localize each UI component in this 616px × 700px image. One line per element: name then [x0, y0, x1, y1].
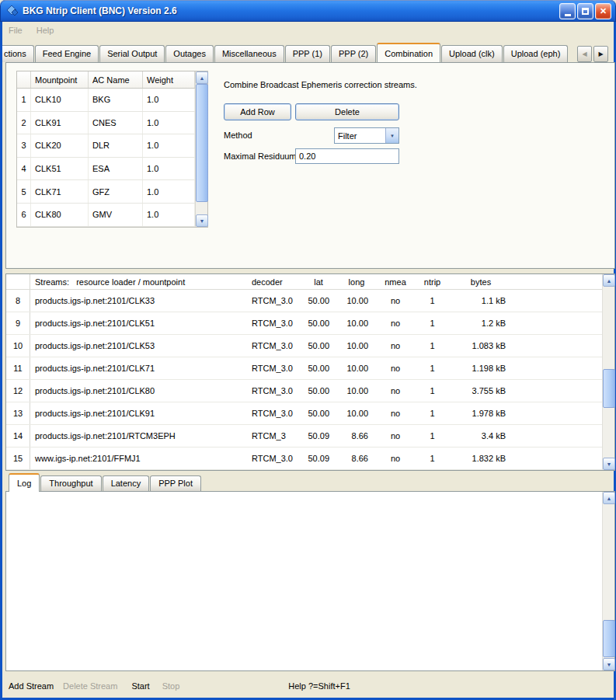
- stream-nmea: no: [376, 296, 415, 305]
- method-value: Filter: [335, 131, 385, 141]
- tab-upload-clk[interactable]: Upload (clk): [441, 45, 503, 62]
- app-window: BKG Ntrip Client (BNC) Version 2.6 ✕ Fil…: [0, 0, 616, 700]
- titlebar[interactable]: BKG Ntrip Client (BNC) Version 2.6 ✕: [0, 0, 616, 22]
- combination-table: Mountpoint AC Name Weight 1 CLK10 BKG 1.…: [16, 71, 208, 228]
- maximize-icon: [582, 8, 589, 15]
- log-scrollbar[interactable]: ▲ ▼: [602, 492, 614, 670]
- stream-resource: products.igs-ip.net:2101/CLK80: [30, 386, 247, 395]
- tab-upload-eph[interactable]: Upload (eph): [503, 45, 569, 62]
- stream-long: 10.00: [337, 319, 376, 328]
- mountpoint-row[interactable]: 2 CLK91 CNES 1.0: [17, 112, 207, 135]
- scroll-up-icon[interactable]: ▲: [196, 71, 208, 84]
- row-number: 2: [17, 112, 31, 134]
- stream-lat: 50.00: [300, 364, 337, 373]
- tab-scroll-arrows: ◀ ▶: [577, 46, 608, 62]
- tab-throughput[interactable]: Throughput: [40, 475, 101, 491]
- scroll-down-icon[interactable]: ▼: [196, 214, 208, 227]
- method-select[interactable]: Filter ▼: [334, 127, 399, 144]
- mountpoint-row[interactable]: 1 CLK10 BKG 1.0: [17, 89, 207, 112]
- window-title: BKG Ntrip Client (BNC) Version 2.6: [23, 5, 177, 16]
- stream-bytes: 3.4 kB: [450, 431, 512, 441]
- scrollbar-thumb[interactable]: [603, 620, 615, 657]
- mountpoint-row[interactable]: 4 CLK51 ESA 1.0: [17, 158, 207, 181]
- col-resource: Streams: resource loader / mountpoint: [30, 277, 247, 287]
- col-ntrip: ntrip: [415, 277, 450, 287]
- stream-long: 8.66: [337, 431, 376, 441]
- app-icon: [6, 5, 19, 17]
- mountpoint-row[interactable]: 5 CLK71 GFZ 1.0: [17, 180, 207, 204]
- stream-row[interactable]: 12 products.igs-ip.net:2101/CLK80 RTCM_3…: [6, 380, 614, 402]
- tab-miscellaneous[interactable]: Miscellaneous: [214, 45, 284, 62]
- stream-resource: products.igs-ip.net:2101/CLK53: [30, 341, 247, 350]
- stream-nmea: no: [376, 364, 415, 373]
- tab-ppp-1[interactable]: PPP (1): [285, 45, 330, 62]
- tab-serial-output[interactable]: Serial Output: [99, 45, 165, 62]
- tab-ppp-plot[interactable]: PPP Plot: [150, 475, 201, 491]
- scrollbar-thumb[interactable]: [603, 369, 615, 408]
- stream-number: 14: [6, 425, 30, 447]
- tab-combination[interactable]: Combination: [377, 43, 440, 62]
- stream-lat: 50.00: [300, 409, 337, 418]
- streams-scrollbar[interactable]: ▲ ▼: [602, 274, 614, 470]
- stop-action[interactable]: Stop: [162, 681, 180, 691]
- start-action[interactable]: Start: [131, 681, 149, 691]
- combination-table-header: Mountpoint AC Name Weight: [17, 71, 207, 89]
- stream-row[interactable]: 8 products.igs-ip.net:2101/CLK33 RTCM_3.…: [6, 290, 614, 312]
- residuum-input[interactable]: [295, 148, 399, 164]
- add-row-button[interactable]: Add Row: [224, 103, 291, 120]
- stream-lat: 50.00: [300, 319, 337, 328]
- stream-ntrip: 1: [415, 319, 450, 328]
- tab-scroll-left-icon[interactable]: ◀: [577, 46, 592, 62]
- maximize-button[interactable]: [577, 3, 593, 19]
- tab-feed-engine[interactable]: Feed Engine: [35, 45, 99, 62]
- stream-row[interactable]: 9 products.igs-ip.net:2101/CLK51 RTCM_3.…: [6, 312, 614, 335]
- stream-row[interactable]: 14 products.igs-ip.net:2101/RTCM3EPH RTC…: [6, 425, 614, 448]
- stream-row[interactable]: 15 www.igs-ip.net:2101/FFMJ1 RTCM_3.0 50…: [6, 448, 614, 470]
- tab-latency[interactable]: Latency: [103, 475, 150, 491]
- tab-outages[interactable]: Outages: [165, 45, 214, 62]
- scroll-up-icon[interactable]: ▲: [603, 274, 615, 287]
- mountpoint-row[interactable]: 3 CLK20 DLR 1.0: [17, 134, 207, 158]
- cell-ac-name: BKG: [89, 89, 143, 111]
- add-stream-action[interactable]: Add Stream: [9, 681, 54, 691]
- dropdown-arrow-icon[interactable]: ▼: [385, 128, 398, 143]
- scroll-down-icon[interactable]: ▼: [603, 658, 615, 670]
- stream-bytes: 1.198 kB: [450, 364, 512, 373]
- scrollbar-thumb[interactable]: [196, 84, 208, 202]
- stream-resource: products.igs-ip.net:2101/CLK71: [30, 364, 247, 373]
- stream-decoder: RTCM_3.0: [247, 296, 300, 305]
- combination-table-scrollbar[interactable]: ▲ ▼: [195, 71, 207, 227]
- tab-scroll-right-icon[interactable]: ▶: [593, 46, 608, 62]
- cell-weight: 1.0: [143, 180, 195, 203]
- cell-weight: 1.0: [143, 134, 195, 157]
- mountpoint-row[interactable]: 6 CLK80 GMV 1.0: [17, 204, 207, 227]
- delete-button[interactable]: Delete: [295, 103, 399, 120]
- close-button[interactable]: ✕: [595, 3, 611, 19]
- delete-stream-action[interactable]: Delete Stream: [63, 681, 117, 691]
- cell-mountpoint: CLK80: [31, 204, 89, 226]
- tab-log[interactable]: Log: [9, 473, 40, 492]
- tab-connections[interactable]: ctions: [2, 45, 34, 62]
- stream-bytes: 1.1 kB: [450, 296, 512, 305]
- scroll-down-icon[interactable]: ▼: [603, 458, 615, 470]
- stream-bytes: 1.083 kB: [450, 341, 512, 350]
- stream-nmea: no: [376, 431, 415, 441]
- stream-row[interactable]: 10 products.igs-ip.net:2101/CLK53 RTCM_3…: [6, 335, 614, 357]
- stream-row[interactable]: 13 products.igs-ip.net:2101/CLK91 RTCM_3…: [6, 402, 614, 425]
- stream-ntrip: 1: [415, 386, 450, 395]
- stream-number: 13: [6, 402, 30, 424]
- stream-number: 15: [6, 448, 30, 469]
- menubar: File Help: [2, 22, 614, 39]
- scroll-up-icon[interactable]: ▲: [603, 492, 615, 504]
- stream-ntrip: 1: [415, 409, 450, 418]
- stream-lat: 50.09: [300, 431, 337, 441]
- row-number: 6: [17, 204, 31, 226]
- stream-row[interactable]: 11 products.igs-ip.net:2101/CLK71 RTCM_3…: [6, 357, 614, 380]
- minimize-button[interactable]: [559, 3, 576, 19]
- stream-nmea: no: [376, 409, 415, 418]
- menu-help[interactable]: Help: [37, 26, 54, 35]
- menu-file[interactable]: File: [9, 26, 23, 35]
- tab-ppp-2[interactable]: PPP (2): [331, 45, 376, 62]
- stream-bytes: 1.832 kB: [450, 454, 512, 463]
- bottom-tab-strip: Log Throughput Latency PPP Plot: [9, 472, 202, 491]
